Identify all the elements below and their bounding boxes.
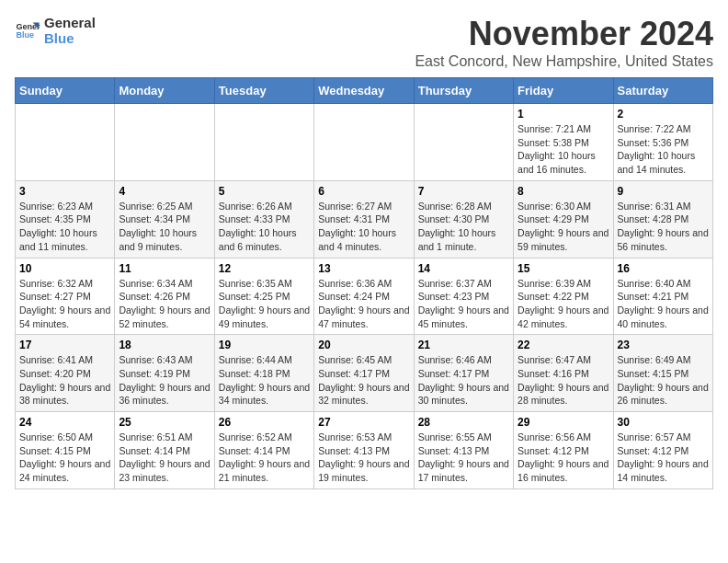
weekday-header-tuesday: Tuesday — [214, 78, 313, 104]
day-number: 23 — [618, 339, 709, 351]
day-cell: 26Sunrise: 6:52 AM Sunset: 4:14 PM Dayli… — [214, 412, 313, 489]
day-number: 20 — [318, 339, 409, 351]
day-info: Sunrise: 6:43 AM Sunset: 4:19 PM Dayligh… — [119, 353, 210, 408]
day-cell: 23Sunrise: 6:49 AM Sunset: 4:15 PM Dayli… — [613, 335, 712, 412]
day-info: Sunrise: 6:56 AM Sunset: 4:12 PM Dayligh… — [518, 431, 609, 485]
day-cell: 7Sunrise: 6:28 AM Sunset: 4:30 PM Daylig… — [414, 180, 513, 258]
month-title: November 2024 — [415, 15, 713, 53]
day-number: 27 — [318, 416, 409, 429]
day-number: 1 — [518, 108, 609, 121]
day-number: 13 — [318, 262, 409, 275]
day-number: 6 — [318, 185, 409, 198]
day-cell — [214, 104, 313, 181]
logo-icon: General Blue — [15, 17, 40, 43]
day-info: Sunrise: 6:28 AM Sunset: 4:30 PM Dayligh… — [418, 200, 509, 254]
day-cell: 10Sunrise: 6:32 AM Sunset: 4:27 PM Dayli… — [16, 258, 115, 335]
day-info: Sunrise: 6:34 AM Sunset: 4:26 PM Dayligh… — [119, 277, 210, 331]
weekday-header-row: SundayMondayTuesdayWednesdayThursdayFrid… — [16, 78, 713, 104]
day-cell: 14Sunrise: 6:37 AM Sunset: 4:23 PM Dayli… — [414, 258, 513, 335]
day-info: Sunrise: 6:57 AM Sunset: 4:12 PM Dayligh… — [618, 431, 709, 485]
day-cell: 16Sunrise: 6:40 AM Sunset: 4:21 PM Dayli… — [613, 258, 712, 335]
title-section: November 2024 East Concord, New Hampshir… — [415, 15, 713, 70]
day-cell: 19Sunrise: 6:44 AM Sunset: 4:18 PM Dayli… — [214, 335, 313, 412]
day-number: 19 — [219, 339, 310, 351]
day-number: 29 — [518, 416, 609, 429]
day-cell — [414, 104, 513, 181]
day-number: 3 — [19, 185, 110, 198]
day-info: Sunrise: 6:52 AM Sunset: 4:14 PM Dayligh… — [219, 431, 310, 485]
day-info: Sunrise: 6:41 AM Sunset: 4:20 PM Dayligh… — [19, 353, 110, 408]
day-cell: 28Sunrise: 6:55 AM Sunset: 4:13 PM Dayli… — [414, 412, 513, 489]
day-cell: 9Sunrise: 6:31 AM Sunset: 4:28 PM Daylig… — [613, 180, 712, 258]
day-info: Sunrise: 6:39 AM Sunset: 4:22 PM Dayligh… — [518, 277, 609, 331]
day-cell: 4Sunrise: 6:25 AM Sunset: 4:34 PM Daylig… — [115, 180, 214, 258]
day-cell: 15Sunrise: 6:39 AM Sunset: 4:22 PM Dayli… — [514, 258, 613, 335]
day-cell: 12Sunrise: 6:35 AM Sunset: 4:25 PM Dayli… — [214, 258, 313, 335]
day-number: 26 — [219, 416, 310, 429]
day-info: Sunrise: 6:26 AM Sunset: 4:33 PM Dayligh… — [219, 200, 310, 254]
day-cell: 27Sunrise: 6:53 AM Sunset: 4:13 PM Dayli… — [314, 412, 414, 489]
day-info: Sunrise: 6:23 AM Sunset: 4:35 PM Dayligh… — [19, 200, 110, 254]
calendar-table: SundayMondayTuesdayWednesdayThursdayFrid… — [15, 77, 713, 489]
day-number: 9 — [618, 185, 709, 198]
logo-general: General — [44, 15, 96, 30]
day-info: Sunrise: 6:51 AM Sunset: 4:14 PM Dayligh… — [119, 431, 210, 485]
page-header: General Blue General Blue November 2024 … — [15, 15, 713, 70]
day-info: Sunrise: 6:30 AM Sunset: 4:29 PM Dayligh… — [518, 200, 609, 254]
day-number: 21 — [418, 339, 509, 351]
day-number: 11 — [119, 262, 210, 275]
day-number: 2 — [618, 108, 709, 121]
day-cell: 13Sunrise: 6:36 AM Sunset: 4:24 PM Dayli… — [314, 258, 414, 335]
weekday-header-friday: Friday — [514, 78, 613, 104]
day-cell: 17Sunrise: 6:41 AM Sunset: 4:20 PM Dayli… — [16, 335, 115, 412]
day-number: 16 — [618, 262, 709, 275]
day-info: Sunrise: 7:22 AM Sunset: 5:36 PM Dayligh… — [618, 122, 709, 177]
logo: General Blue General Blue — [15, 15, 96, 46]
day-info: Sunrise: 6:53 AM Sunset: 4:13 PM Dayligh… — [318, 431, 409, 485]
day-info: Sunrise: 6:55 AM Sunset: 4:13 PM Dayligh… — [418, 431, 509, 485]
week-row-2: 3Sunrise: 6:23 AM Sunset: 4:35 PM Daylig… — [16, 180, 713, 258]
weekday-header-monday: Monday — [115, 78, 214, 104]
day-number: 30 — [618, 416, 709, 429]
day-cell — [115, 104, 214, 181]
week-row-3: 10Sunrise: 6:32 AM Sunset: 4:27 PM Dayli… — [16, 258, 713, 335]
day-cell: 3Sunrise: 6:23 AM Sunset: 4:35 PM Daylig… — [16, 180, 115, 258]
day-info: Sunrise: 6:46 AM Sunset: 4:17 PM Dayligh… — [418, 353, 509, 408]
day-number: 12 — [219, 262, 310, 275]
day-info: Sunrise: 6:40 AM Sunset: 4:21 PM Dayligh… — [618, 277, 709, 331]
day-info: Sunrise: 6:36 AM Sunset: 4:24 PM Dayligh… — [318, 277, 409, 331]
day-info: Sunrise: 6:44 AM Sunset: 4:18 PM Dayligh… — [219, 353, 310, 408]
day-cell: 6Sunrise: 6:27 AM Sunset: 4:31 PM Daylig… — [314, 180, 414, 258]
day-cell: 22Sunrise: 6:47 AM Sunset: 4:16 PM Dayli… — [514, 335, 613, 412]
day-info: Sunrise: 6:49 AM Sunset: 4:15 PM Dayligh… — [618, 353, 709, 408]
day-number: 24 — [19, 416, 110, 429]
weekday-header-saturday: Saturday — [613, 78, 712, 104]
day-info: Sunrise: 6:50 AM Sunset: 4:15 PM Dayligh… — [19, 431, 110, 485]
day-info: Sunrise: 6:47 AM Sunset: 4:16 PM Dayligh… — [518, 353, 609, 408]
day-cell: 2Sunrise: 7:22 AM Sunset: 5:36 PM Daylig… — [613, 104, 712, 181]
day-number: 5 — [219, 185, 310, 198]
weekday-header-thursday: Thursday — [414, 78, 513, 104]
day-info: Sunrise: 7:21 AM Sunset: 5:38 PM Dayligh… — [518, 122, 609, 177]
day-number: 10 — [19, 262, 110, 275]
week-row-1: 1Sunrise: 7:21 AM Sunset: 5:38 PM Daylig… — [16, 104, 713, 181]
day-cell: 25Sunrise: 6:51 AM Sunset: 4:14 PM Dayli… — [115, 412, 214, 489]
day-number: 14 — [418, 262, 509, 275]
day-cell: 18Sunrise: 6:43 AM Sunset: 4:19 PM Dayli… — [115, 335, 214, 412]
svg-text:Blue: Blue — [16, 30, 34, 40]
day-number: 22 — [518, 339, 609, 351]
day-info: Sunrise: 6:45 AM Sunset: 4:17 PM Dayligh… — [318, 353, 409, 408]
day-cell: 5Sunrise: 6:26 AM Sunset: 4:33 PM Daylig… — [214, 180, 313, 258]
weekday-header-wednesday: Wednesday — [314, 78, 414, 104]
day-cell: 29Sunrise: 6:56 AM Sunset: 4:12 PM Dayli… — [514, 412, 613, 489]
day-cell: 21Sunrise: 6:46 AM Sunset: 4:17 PM Dayli… — [414, 335, 513, 412]
day-number: 7 — [418, 185, 509, 198]
day-info: Sunrise: 6:25 AM Sunset: 4:34 PM Dayligh… — [119, 200, 210, 254]
day-info: Sunrise: 6:35 AM Sunset: 4:25 PM Dayligh… — [219, 277, 310, 331]
location: East Concord, New Hampshire, United Stat… — [415, 53, 713, 70]
day-number: 25 — [119, 416, 210, 429]
day-cell — [16, 104, 115, 181]
day-info: Sunrise: 6:31 AM Sunset: 4:28 PM Dayligh… — [618, 200, 709, 254]
week-row-4: 17Sunrise: 6:41 AM Sunset: 4:20 PM Dayli… — [16, 335, 713, 412]
day-number: 28 — [418, 416, 509, 429]
